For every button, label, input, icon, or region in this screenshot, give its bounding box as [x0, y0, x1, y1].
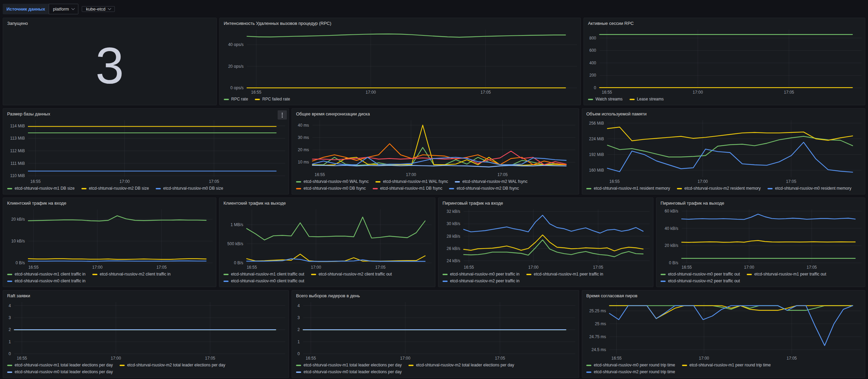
legend-item[interactable]: etcd-shturval-rsuslov-m2 client traffic … — [311, 272, 392, 277]
panel-db-size: Размер базы данных 110 MiB111 MiB112 MiB… — [3, 108, 289, 194]
legend-item[interactable]: etcd-shturval-rsuslov-m1 WAL fsync — [375, 179, 448, 184]
svg-text:17:00: 17:00 — [92, 265, 103, 270]
panel-header[interactable]: Интенсивность Удаленных вызовов процедур… — [220, 18, 580, 27]
legend-series-swatch — [408, 365, 414, 366]
panel-peer-round-trip: Время согласовая пиров 24.5 ms24.75 ms25… — [582, 290, 865, 378]
legend-item[interactable]: etcd-shturval-rsuslov-m1 peer round trip… — [682, 363, 771, 368]
legend-item[interactable]: etcd-shturval-rsuslov-m0 peer traffic ou… — [661, 272, 740, 277]
panel-header[interactable]: Пиринговый трафик на выходе — [656, 198, 865, 207]
svg-text:3: 3 — [9, 315, 11, 320]
panel-header[interactable]: Клиентский трафик на выходе — [219, 198, 435, 207]
panel-title: Объем используемой памяти — [586, 112, 647, 117]
svg-text:40 ops/s: 40 ops/s — [228, 42, 243, 47]
panel-header[interactable]: Объем используемой памяти — [582, 109, 865, 117]
svg-text:20 ops/s: 20 ops/s — [228, 64, 243, 69]
legend-item[interactable]: etcd-shturval-rsuslov-m2 client traffic … — [92, 272, 171, 277]
svg-text:16:55: 16:55 — [17, 356, 27, 361]
legend-item[interactable]: etcd-shturval-rsuslov-m2 DB fsync — [449, 186, 519, 191]
chart-canvas[interactable]: 24 kB/s26 kB/s28 kB/s30 kB/s32 kB/s16:55… — [438, 207, 653, 271]
chart-canvas[interactable]: 0 B/s20 kB/s40 kB/s60 kB/s16:5517:0017:0… — [656, 207, 865, 271]
legend-item[interactable]: Lease streams — [630, 97, 664, 102]
legend-item[interactable]: etcd-shturval-rsuslov-m1 DB size — [7, 186, 75, 191]
chart-canvas[interactable]: 160 MiB192 MiB224 MiB256 MiB16:5517:0017… — [582, 117, 865, 185]
svg-text:114 MiB: 114 MiB — [10, 123, 25, 128]
legend-series-swatch — [311, 274, 316, 275]
legend-item[interactable]: etcd-shturval-rsuslov-m2 peer traffic in — [443, 279, 520, 284]
datasource-select[interactable]: platform — [49, 4, 78, 14]
legend-item[interactable]: RPC rate — [224, 97, 248, 102]
legend-item[interactable]: etcd-shturval-rsuslov-m0 client traffic … — [7, 279, 86, 284]
svg-text:16:55: 16:55 — [602, 90, 612, 95]
legend-item[interactable]: RPC failed rate — [255, 97, 290, 102]
legend-item[interactable]: etcd-shturval-rsuslov-m0 WAL fsync — [296, 179, 369, 184]
legend-series-swatch — [223, 281, 229, 282]
svg-text:25 ms: 25 ms — [595, 321, 606, 326]
svg-text:25.25 ms: 25.25 ms — [589, 309, 606, 313]
chart-canvas[interactable]: 0123416:5517:0017:05 — [3, 299, 289, 362]
legend-series-swatch — [373, 188, 378, 189]
svg-text:17:05: 17:05 — [209, 179, 219, 184]
panel-peer-traffic-out: Пиринговый трафик на выходе 0 B/s20 kB/s… — [656, 198, 865, 287]
chart-canvas[interactable]: 0123416:5517:0017:05 — [292, 299, 579, 362]
legend-item[interactable]: etcd-shturval-rsuslov-m1 client traffic … — [7, 272, 86, 277]
etcd-variable-select[interactable]: kube-etcd — [82, 6, 115, 12]
panel-header[interactable]: Активные сессии RPC — [584, 18, 865, 27]
panel-header[interactable]: Клиентский трафик на входе — [3, 198, 216, 207]
legend: etcd-shturval-rsuslov-m0 WAL fsyncetcd-s… — [292, 178, 579, 194]
legend-item[interactable]: etcd-shturval-rsuslov-m0 DB fsync — [296, 186, 366, 191]
legend-item[interactable]: etcd-shturval-rsuslov-m1 total leader el… — [296, 363, 402, 368]
chart-canvas[interactable]: 0 B/s500 kB/s1 MB/s16:5517:0017:05 — [219, 207, 435, 271]
legend-item[interactable]: etcd-shturval-rsuslov-m2 peer round trip… — [586, 369, 675, 375]
panel-header[interactable]: Всего выборов лидеров в день — [292, 290, 579, 299]
legend-item[interactable]: etcd-shturval-rsuslov-m0 peer traffic in — [443, 272, 520, 277]
legend-item[interactable]: etcd-shturval-rsuslov-m0 DB size — [156, 186, 223, 191]
legend-item[interactable]: etcd-shturval-rsuslov-m2 DB size — [81, 186, 149, 191]
legend-item[interactable]: etcd-shturval-rsuslov-m0 client traffic … — [223, 279, 304, 284]
svg-text:0 B/s: 0 B/s — [234, 260, 243, 265]
legend-item[interactable]: Watch streams — [588, 97, 623, 102]
legend: Watch streamsLease streams — [584, 96, 865, 105]
chart-canvas[interactable]: 110 MiB111 MiB112 MiB113 MiB114 MiB16:55… — [3, 117, 289, 185]
svg-text:1: 1 — [9, 339, 11, 344]
chart-canvas[interactable]: 24.5 ms24.75 ms25 ms25.25 ms16:5517:0017… — [582, 299, 865, 362]
legend-item[interactable]: etcd-shturval-rsuslov-m1 client traffic … — [223, 272, 304, 277]
panel-title: Raft заявки — [7, 294, 30, 299]
svg-text:16:55: 16:55 — [247, 265, 257, 270]
svg-text:24.75 ms: 24.75 ms — [589, 334, 606, 339]
svg-text:16:55: 16:55 — [315, 172, 325, 177]
legend-item[interactable]: etcd-shturval-rsuslov-m0 resident memory — [768, 186, 851, 191]
legend-series-label: etcd-shturval-rsuslov-m0 peer round trip… — [594, 363, 675, 368]
dashboard-row-1: Запущено 3 Интенсивность Удаленных вызов… — [3, 18, 865, 105]
panel-header[interactable]: Размер базы данных — [3, 109, 289, 117]
panel-header[interactable]: Запущено — [3, 18, 216, 27]
panel-raft-proposals: Raft заявки 0123416:5517:0017:05 etcd-sh… — [3, 290, 289, 378]
panel-header[interactable]: Пиринговый трафик на входе — [438, 198, 653, 207]
legend-series-swatch — [630, 99, 635, 100]
legend-series-swatch — [296, 181, 301, 183]
svg-text:1 MB/s: 1 MB/s — [231, 222, 243, 227]
panel-header[interactable]: Raft заявки — [3, 290, 289, 299]
legend-item[interactable]: etcd-shturval-rsuslov-m0 peer round trip… — [586, 363, 675, 368]
panel-header[interactable]: Общее время синхронизации диска — [292, 109, 579, 117]
svg-text:17:05: 17:05 — [156, 265, 167, 270]
legend-item[interactable]: etcd-shturval-rsuslov-m2 WAL fsync — [455, 179, 527, 184]
legend-item[interactable]: etcd-shturval-rsuslov-m1 resident memory — [586, 186, 670, 191]
chart-canvas[interactable]: 10 ms20 ms30 ms40 ms16:5517:0017:05 — [292, 117, 579, 178]
chart-canvas[interactable]: 020040060080016:5517:0017:05 — [584, 27, 865, 96]
svg-text:17:05: 17:05 — [593, 265, 603, 270]
chart-canvas[interactable]: 0 B/s10 kB/s20 kB/s16:5517:0017:05 — [3, 207, 216, 271]
svg-text:17:00: 17:00 — [528, 265, 539, 270]
legend-item[interactable]: etcd-shturval-rsuslov-m0 total leader el… — [7, 369, 113, 375]
legend-item[interactable]: etcd-shturval-rsuslov-m0 total leader el… — [296, 369, 402, 375]
legend-item[interactable]: etcd-shturval-rsuslov-m1 DB fsync — [373, 186, 443, 191]
legend-item[interactable]: etcd-shturval-rsuslov-m2 total leader el… — [120, 363, 225, 368]
legend-item[interactable]: etcd-shturval-rsuslov-m1 peer traffic in — [526, 272, 603, 277]
panel-header[interactable]: Время согласовая пиров — [582, 290, 865, 299]
legend-series-swatch — [7, 281, 12, 282]
legend-item[interactable]: etcd-shturval-rsuslov-m2 peer traffic ou… — [661, 279, 740, 284]
legend-item[interactable]: etcd-shturval-rsuslov-m2 total leader el… — [408, 363, 514, 368]
legend-item[interactable]: etcd-shturval-rsuslov-m1 peer traffic ou… — [747, 272, 826, 277]
chart-canvas[interactable]: 0 ops/s20 ops/s40 ops/s16:5517:0017:05 — [220, 27, 580, 96]
legend-item[interactable]: etcd-shturval-rsuslov-m1 total leader el… — [7, 363, 113, 368]
legend-item[interactable]: etcd-shturval-rsuslov-m2 resident memory — [677, 186, 761, 191]
